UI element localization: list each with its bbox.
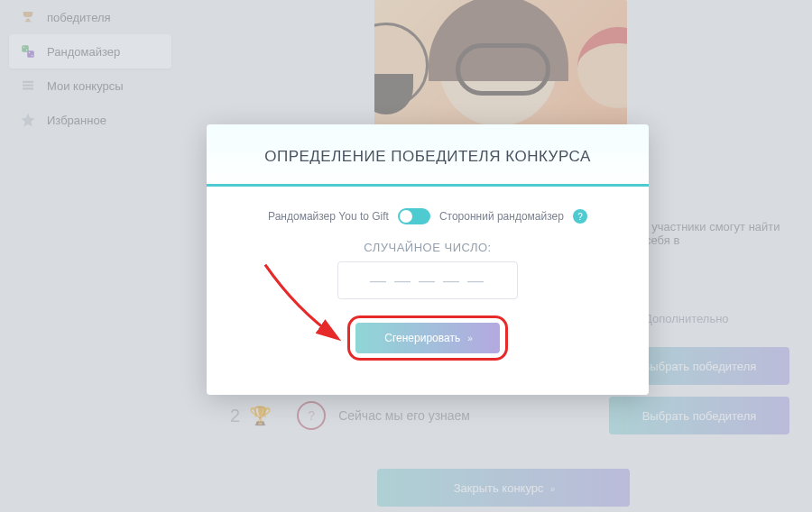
winner-modal: ОПРЕДЕЛЕНИЕ ПОБЕДИТЕЛЯ КОНКУРСА Рандомай…: [207, 124, 649, 395]
modal-title: ОПРЕДЕЛЕНИЕ ПОБЕДИТЕЛЯ КОНКУРСА: [207, 124, 649, 184]
random-number-label: СЛУЧАЙНОЕ ЧИСЛО:: [207, 241, 649, 254]
modal-divider: [207, 184, 649, 187]
chevron-right-icon: »: [467, 334, 471, 343]
randomizer-toggle[interactable]: [398, 208, 430, 224]
generate-button[interactable]: Сгенерировать »: [355, 323, 500, 353]
randomizer-options: Рандомайзер You to Gift Сторонний рандом…: [207, 208, 649, 224]
option-external-label: Сторонний рандомайзер: [439, 210, 564, 223]
help-icon[interactable]: ?: [573, 209, 587, 224]
option-internal-label: Рандомайзер You to Gift: [268, 210, 389, 223]
generate-highlight-annotation: Сгенерировать »: [347, 315, 508, 361]
random-number-display: — — — — —: [337, 261, 518, 299]
